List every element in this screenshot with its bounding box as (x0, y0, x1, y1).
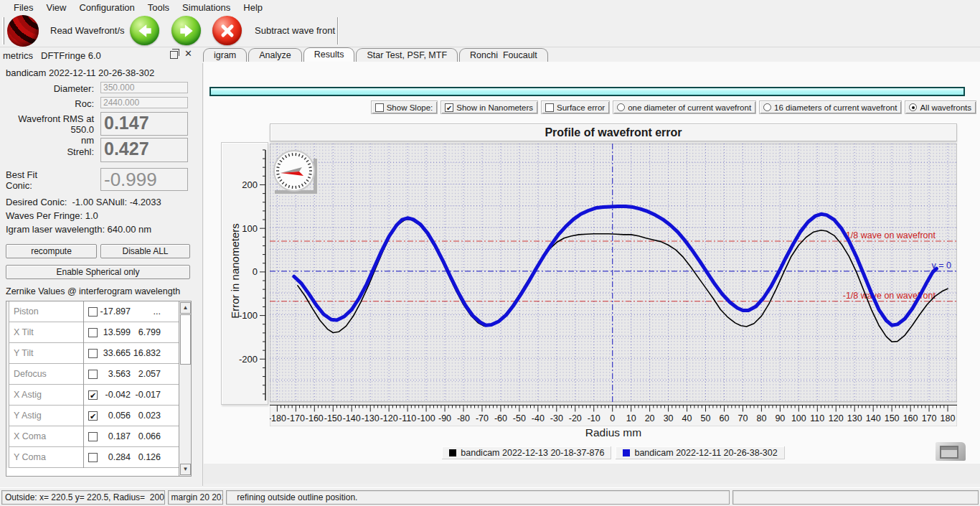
wyant-value: 0.284 (98, 452, 131, 462)
column-divider (83, 364, 84, 385)
menu-item-configuration[interactable]: Configuration (72, 1, 141, 14)
rms-label: Wavefront RMS at 550.0 nm (3, 113, 94, 146)
plot-canvas: 1/8 wave on wavefronty = 0-1/8 wave on w… (270, 144, 957, 426)
column-divider (83, 301, 84, 322)
legend-item-1: bandicam 2022-12-13 20-18-37-876 (442, 446, 611, 459)
row-header (6, 343, 9, 364)
svg-text:-70: -70 (476, 413, 489, 423)
zernike-checkbox[interactable] (88, 370, 98, 379)
zernike-checkbox[interactable] (88, 307, 98, 317)
waves-per-fringe-line: Waves Per Fringe: 1.0 (6, 210, 98, 221)
tab-analyze[interactable]: Analyze (248, 48, 301, 62)
svg-text:-30: -30 (550, 413, 563, 423)
checkbox-surface-error[interactable]: Surface error (541, 100, 610, 114)
column-divider (83, 426, 84, 447)
svg-text:-60: -60 (494, 413, 507, 423)
svg-text:-160: -160 (306, 413, 324, 423)
checkbox-show-slope-[interactable]: Show Slope: (371, 100, 438, 114)
zernike-term: Defocus (14, 369, 47, 379)
legend-label: bandicam 2022-12-13 20-18-37-876 (461, 448, 604, 458)
zernike-term: Y Astig (14, 411, 42, 421)
tab-results[interactable]: Results (303, 47, 355, 62)
legend-window-icon[interactable] (936, 442, 966, 461)
zernike-term: X Astig (14, 390, 42, 400)
status-section-1: Outside: x= 220.5 y= 220.5, Radius= 200.… (1, 490, 165, 505)
dock-float-icon[interactable] (170, 51, 178, 59)
tab-star-test-psf-mtf[interactable]: Star Test, PSF, MTF (356, 48, 458, 62)
zernike-checkbox[interactable] (88, 349, 98, 358)
zernike-checkbox[interactable] (88, 328, 98, 337)
radio-icon (617, 103, 625, 111)
svg-text:-140: -140 (343, 413, 361, 423)
svg-text:-20: -20 (569, 413, 582, 423)
row-header (6, 385, 9, 406)
legend-swatch (623, 449, 630, 456)
rms-value: 0.066 (131, 431, 161, 441)
wyant-value: 33.665 (98, 348, 131, 358)
disable-all-button[interactable]: Disable ALL (100, 244, 190, 258)
radio-one-diameter-of-current-wavefront[interactable]: one diameter of current wavefront (613, 100, 756, 114)
chart-footer-strip (204, 464, 980, 484)
zernike-row-defocus: Defocus3.5632.057 (6, 364, 180, 385)
interferogram-icon-button[interactable] (7, 15, 39, 47)
zernike-table: Zernike Term Wyant RMS Piston-17.897...X… (6, 301, 192, 477)
row-header (6, 426, 9, 447)
checkbox-icon (375, 103, 384, 112)
zernike-row-x-coma: X Coma0.1870.066 (6, 426, 180, 447)
enable-spherical-only-button[interactable]: Enable Spherical only (6, 265, 190, 279)
row-header (6, 406, 9, 426)
row-header (6, 364, 9, 385)
checkbox-show-in-nanometers[interactable]: ✔Show in Nanometers (440, 100, 538, 114)
checkbox-icon (545, 103, 554, 112)
svg-text:150: 150 (885, 413, 900, 423)
row-header (6, 322, 9, 343)
igram-wavelength-line: Igram laser wavelength: 640.00 nm (6, 224, 151, 235)
forward-arrow-button[interactable] (171, 16, 201, 45)
recompute-button[interactable]: recompute (6, 244, 97, 258)
gauge-clock-icon[interactable] (273, 149, 319, 196)
menu-item-view[interactable]: View (39, 1, 72, 14)
zernike-term: X Tilt (14, 327, 34, 337)
delete-wavefront-button[interactable] (212, 16, 242, 45)
zernike-row-piston: Piston-17.897... (6, 301, 180, 322)
radio-all-wavefronts[interactable]: All wavefronts (905, 100, 976, 114)
zernike-checkbox[interactable] (88, 453, 98, 462)
status-section-3: refining outside outline position. (226, 490, 729, 505)
menu-item-simulations[interactable]: Simulations (176, 1, 237, 14)
svg-text:40: 40 (682, 413, 692, 423)
menu-item-help[interactable]: Help (237, 1, 269, 14)
scrollbar-up-arrow[interactable]: ▲ (180, 302, 191, 314)
zernike-checkbox[interactable] (88, 432, 98, 441)
svg-text:90: 90 (775, 413, 785, 423)
menu-item-tools[interactable]: Tools (141, 1, 176, 14)
toolbar-drag-handle[interactable] (2, 17, 4, 44)
svg-text:0: 0 (610, 413, 615, 423)
svg-text:1/8 wave on wavefront: 1/8 wave on wavefront (846, 230, 936, 240)
svg-text:80: 80 (756, 413, 766, 423)
radio-16-diameters-of-current-wavefront[interactable]: 16 diameters of current wavefront (759, 100, 902, 114)
y-axis-panel: Error in nanometers -200-1000100200 (221, 142, 268, 405)
svg-text:60: 60 (720, 413, 730, 423)
dock-close-icon[interactable]: ✕ (184, 48, 192, 59)
best-fit-conic-value: -0.999 (100, 168, 188, 191)
zernike-scrollbar[interactable]: ▲ ▼ (179, 301, 191, 476)
menu-item-files[interactable]: Files (7, 1, 39, 14)
column-divider (83, 385, 84, 406)
results-tab-content: Show Slope:✔Show in NanometersSurface er… (204, 62, 980, 484)
roc-input[interactable]: 2440.000 (100, 97, 188, 108)
tab-bar: igramAnalyzeResultsStar Test, PSF, MTFRo… (203, 47, 980, 62)
tab-ronchi-foucault[interactable]: Ronchi Foucault (459, 48, 548, 62)
dock-title-bar: metrics DFTFringe 6.0 ✕ (0, 47, 203, 63)
zernike-checkbox[interactable]: ✔ (88, 390, 98, 400)
tab-igram[interactable]: igram (203, 48, 247, 62)
rms-value: 2.057 (131, 369, 161, 379)
svg-text:10: 10 (626, 413, 636, 423)
control-label: Surface error (557, 103, 605, 112)
scrollbar-down-arrow[interactable]: ▼ (180, 464, 191, 475)
back-arrow-button[interactable] (130, 16, 159, 45)
scrollbar-thumb[interactable] (180, 314, 191, 365)
zernike-term: X Coma (14, 431, 46, 441)
svg-text:30: 30 (664, 413, 674, 423)
zernike-checkbox[interactable]: ✔ (88, 411, 98, 421)
diameter-input[interactable]: 350.000 (100, 82, 188, 93)
